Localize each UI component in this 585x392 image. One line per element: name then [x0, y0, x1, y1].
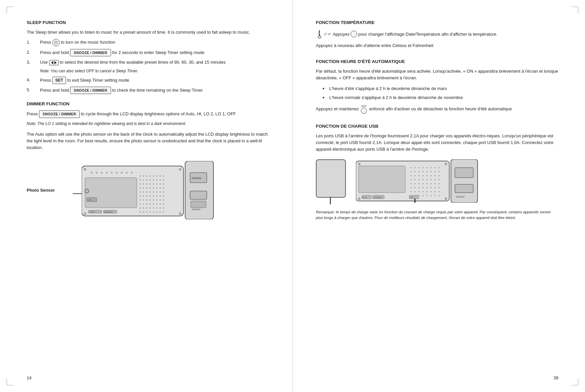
svg-point-67	[143, 203, 144, 205]
svg-point-115	[410, 167, 412, 168]
step-num-4: 4.	[27, 77, 40, 83]
step4-text-before: Press	[40, 77, 52, 82]
svg-point-121	[434, 167, 436, 168]
svg-rect-190	[455, 168, 473, 178]
svg-point-3	[101, 172, 103, 174]
svg-point-137	[434, 175, 436, 176]
temp-heading: FONCTION TEMPÉRATURE	[316, 20, 558, 25]
svg-point-22	[153, 179, 154, 181]
svg-point-65	[163, 199, 164, 201]
svg-point-150	[422, 183, 424, 184]
svg-point-58	[139, 199, 141, 201]
svg-point-88	[159, 211, 161, 213]
sleep-step-1: 1. Press ♪ to turn on the music function	[27, 39, 269, 46]
tablet-device	[316, 159, 346, 204]
svg-point-125	[418, 171, 420, 172]
svg-point-41	[163, 187, 164, 189]
page-number-right: 39	[554, 375, 558, 380]
step-num-2: 2.	[27, 49, 40, 56]
dst-button-circle	[361, 108, 367, 114]
svg-rect-114	[359, 166, 405, 193]
svg-point-152	[430, 183, 432, 184]
svg-point-186	[445, 163, 447, 165]
svg-point-46	[153, 191, 154, 193]
step2-text-before: Press and hold	[40, 50, 70, 55]
snooze-dimmer-btn-5: SNOOZE / DIMMER	[70, 87, 111, 94]
svg-point-116	[414, 167, 416, 168]
usb-images: DC 9V CHARGING USB ON/OFF	[316, 159, 558, 204]
dst-text2-before: Appuyez et maintenez	[316, 106, 360, 111]
svg-rect-105	[190, 191, 207, 199]
temp-text2: Appuyez à nouveau afin d'alterne entre C…	[316, 42, 558, 49]
svg-point-1	[91, 172, 93, 174]
svg-point-79	[156, 207, 157, 209]
svg-point-15	[156, 175, 157, 177]
svg-point-164	[414, 191, 416, 192]
bullet-text-1: L'heure d'été s'applique à 2 h le deuxiè…	[329, 85, 558, 92]
usb-cable-tablet	[330, 197, 331, 204]
svg-point-45	[149, 191, 151, 193]
sleep-intro: The Sleep timer allows you to listen to …	[27, 29, 269, 36]
photo-sensor-area: Photo Sensor	[27, 161, 269, 223]
svg-point-119	[426, 167, 428, 168]
svg-point-165	[418, 191, 420, 192]
svg-point-18	[139, 179, 141, 181]
svg-point-6	[116, 172, 118, 174]
svg-rect-191	[455, 184, 473, 193]
tablet-body	[316, 159, 346, 198]
svg-point-167	[426, 191, 428, 192]
svg-point-14	[153, 175, 154, 177]
svg-point-26	[139, 183, 141, 185]
svg-point-123	[410, 171, 412, 172]
usb-heading: FONCTION DE CHARGE USB	[316, 124, 558, 129]
svg-point-83	[143, 211, 144, 213]
svg-point-7	[121, 172, 123, 174]
svg-point-11	[143, 175, 144, 177]
svg-point-117	[418, 167, 420, 168]
step-content-4: Press SET to exit Sleep Timer setting mo…	[40, 77, 269, 84]
svg-point-50	[139, 195, 141, 197]
svg-point-160	[430, 187, 432, 188]
svg-point-175	[426, 195, 428, 196]
svg-point-75	[143, 207, 144, 209]
svg-point-39	[156, 187, 157, 189]
svg-point-170	[438, 191, 440, 192]
set-btn: SET	[52, 77, 66, 84]
svg-point-30	[153, 183, 154, 185]
dst-text2: Appuyez et maintenez DST enfoncé afin d'…	[316, 105, 558, 114]
svg-point-34	[139, 187, 141, 189]
svg-point-2	[96, 172, 98, 174]
dst-bullets: • L'heure d'été s'applique à 2 h le deux…	[323, 85, 558, 101]
svg-point-98	[84, 168, 86, 170]
svg-point-100	[84, 213, 86, 215]
svg-point-153	[434, 183, 436, 184]
snooze-dimmer-btn-dimmer: SNOOZE / DIMMER	[39, 110, 80, 118]
svg-point-176	[430, 195, 432, 196]
svg-point-78	[153, 207, 154, 209]
svg-point-129	[434, 171, 436, 172]
svg-point-35	[143, 187, 144, 189]
svg-point-131	[410, 175, 412, 176]
svg-point-4	[106, 172, 108, 174]
svg-point-53	[149, 195, 151, 197]
bullet-dot-2: •	[323, 94, 329, 101]
step-content-5: Press and hold SNOOZE / DIMMER to check …	[40, 87, 269, 94]
svg-point-156	[414, 187, 416, 188]
snooze-dimmer-btn-2: SNOOZE / DIMMER	[70, 49, 111, 56]
svg-point-52	[146, 195, 147, 197]
svg-point-163	[410, 191, 412, 192]
svg-point-74	[139, 207, 141, 209]
step1-text-after: to turn on the music function	[61, 40, 115, 45]
svg-text:ON/OFF: ON/OFF	[192, 208, 200, 211]
sleep-step-4: 4. Press SET to exit Sleep Timer setting…	[27, 77, 269, 84]
svg-point-77	[149, 207, 151, 209]
dst-bullet-1: • L'heure d'été s'applique à 2 h le deux…	[323, 85, 558, 92]
sleep-heading: SLEEP FUNCTION	[27, 20, 269, 25]
svg-point-134	[422, 175, 424, 176]
dimmer-heading: DIMMER FUNCTION	[27, 101, 269, 106]
device-svg: DC9V CHARGING USB	[82, 161, 222, 219]
step4-text-after: to exit Sleep Timer setting mode	[67, 77, 129, 82]
svg-point-27	[143, 183, 144, 185]
step3-text-before: Use	[40, 60, 49, 65]
svg-point-89	[163, 211, 164, 213]
